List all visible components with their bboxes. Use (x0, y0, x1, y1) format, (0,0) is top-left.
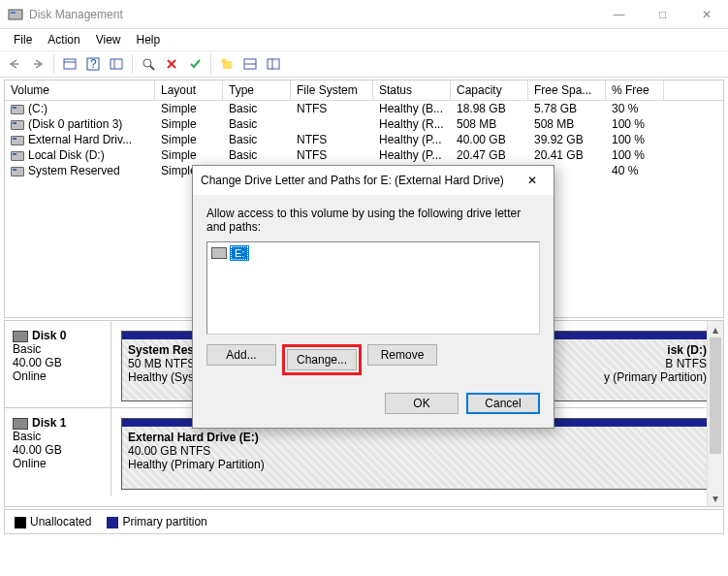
svg-line-11 (150, 66, 154, 70)
forward-button[interactable] (27, 53, 48, 75)
cancel-button[interactable]: Cancel (466, 393, 540, 414)
part-size: 50 MB NTFS (128, 357, 196, 370)
drive-icon (211, 247, 227, 259)
check-icon[interactable] (184, 53, 206, 75)
col-layout[interactable]: Layout (155, 80, 223, 100)
disk-0-info[interactable]: Disk 0 Basic 40.00 GB Online (5, 321, 111, 407)
volume-icon (11, 167, 24, 176)
drive-path-item[interactable]: E: (211, 246, 535, 260)
part-name: System Res (128, 343, 196, 357)
menu-action[interactable]: Action (40, 31, 87, 48)
svg-rect-8 (111, 59, 122, 69)
col-free[interactable]: Free Spa... (528, 80, 606, 100)
col-pct[interactable]: % Free (606, 80, 664, 100)
settings-icon[interactable] (106, 53, 127, 75)
remove-button[interactable]: Remove (367, 344, 437, 366)
legend-primary: Primary partition (107, 515, 206, 528)
minimize-button[interactable]: — (597, 0, 641, 29)
volume-icon (11, 136, 24, 145)
scroll-thumb[interactable] (710, 337, 721, 454)
volume-row[interactable]: External Hard Driv...SimpleBasicNTFSHeal… (5, 132, 723, 147)
svg-rect-3 (34, 63, 42, 64)
disk-icon (13, 331, 28, 342)
part-e-health: Healthy (Primary Partition) (128, 458, 707, 471)
help-icon[interactable]: ? (82, 53, 104, 75)
svg-rect-2 (11, 63, 18, 64)
svg-text:?: ? (90, 57, 97, 71)
back-button[interactable] (4, 53, 25, 75)
partition-system-reserved[interactable]: System Res 50 MB NTFS Healthy (Sys (121, 331, 203, 401)
disk-1-status: Online (13, 457, 103, 470)
add-button[interactable]: Add... (206, 344, 276, 366)
search-icon[interactable] (138, 53, 159, 75)
col-volume[interactable]: Volume (5, 80, 155, 100)
volume-icon (11, 105, 24, 114)
volume-header: Volume Layout Type File System Status Ca… (5, 80, 723, 101)
disk-0-status: Online (13, 369, 103, 383)
disk-1-title: Disk 1 (32, 416, 66, 430)
disk-0-size: 40.00 GB (13, 356, 103, 369)
view-pane-icon[interactable] (59, 53, 80, 75)
col-type[interactable]: Type (223, 80, 291, 100)
legend: Unallocated Primary partition (4, 509, 724, 534)
svg-rect-1 (11, 12, 16, 14)
change-button[interactable]: Change... (287, 349, 357, 370)
volume-icon (11, 120, 24, 130)
change-highlight: Change... (282, 344, 362, 375)
disk-list-icon[interactable] (239, 53, 261, 75)
dialog-titlebar: Change Drive Letter and Paths for E: (Ex… (193, 166, 554, 195)
app-icon (8, 7, 23, 22)
disk-1-info[interactable]: Disk 1 Basic 40.00 GB Online (5, 408, 111, 496)
ok-button[interactable]: OK (385, 393, 459, 414)
svg-rect-4 (64, 59, 76, 69)
dialog-instruction: Allow access to this volume by using the… (206, 207, 540, 234)
svg-rect-0 (9, 10, 22, 19)
col-capacity[interactable]: Capacity (451, 80, 528, 100)
disk-icon (13, 418, 28, 430)
dialog-close-button[interactable]: ✕ (519, 170, 546, 191)
part-health: Healthy (Sys (128, 370, 196, 384)
part-e-name: External Hard Drive (E:) (128, 431, 707, 444)
disk-detail-icon[interactable] (263, 53, 284, 75)
dialog-title: Change Drive Letter and Paths for E: (Ex… (201, 174, 519, 187)
scroll-down-icon[interactable]: ▾ (708, 490, 723, 506)
change-letter-dialog: Change Drive Letter and Paths for E: (Ex… (192, 165, 554, 429)
disk-1-type: Basic (13, 430, 103, 443)
delete-icon[interactable] (161, 53, 182, 75)
volume-icon (11, 151, 24, 161)
col-fs[interactable]: File System (291, 80, 373, 100)
svg-point-13 (222, 59, 227, 64)
close-button[interactable]: ✕ (684, 0, 728, 29)
maximize-button[interactable]: □ (641, 0, 684, 29)
col-status[interactable]: Status (373, 80, 451, 100)
menu-help[interactable]: Help (129, 31, 169, 48)
partition-external[interactable]: External Hard Drive (E:) 40.00 GB NTFS H… (121, 418, 713, 490)
menu-file[interactable]: File (6, 31, 40, 48)
disk-1-size: 40.00 GB (13, 443, 103, 457)
svg-rect-16 (268, 59, 279, 69)
drive-letter-label: E: (231, 246, 248, 260)
toolbar: ? (0, 50, 728, 78)
window-title: Disk Management (29, 8, 597, 21)
disk-0-type: Basic (13, 342, 103, 356)
titlebar: Disk Management — □ ✕ (0, 0, 728, 29)
svg-point-10 (143, 59, 151, 67)
menu-view[interactable]: View (88, 31, 129, 48)
volume-row[interactable]: (Disk 0 partition 3)SimpleBasicHealthy (… (5, 116, 723, 132)
drive-paths-listbox[interactable]: E: (206, 241, 540, 335)
disk-0-title: Disk 0 (32, 329, 66, 342)
disk-scrollbar[interactable]: ▴ ▾ (707, 321, 723, 506)
legend-unallocated: Unallocated (15, 515, 91, 528)
volume-row[interactable]: Local Disk (D:)SimpleBasicNTFSHealthy (P… (5, 147, 723, 163)
part-e-size: 40.00 GB NTFS (128, 444, 707, 458)
scroll-up-icon[interactable]: ▴ (708, 321, 723, 337)
volume-row[interactable]: (C:)SimpleBasicNTFSHealthy (B...18.98 GB… (5, 101, 723, 116)
menubar: File Action View Help (0, 29, 728, 50)
new-vol-icon[interactable] (216, 53, 237, 75)
